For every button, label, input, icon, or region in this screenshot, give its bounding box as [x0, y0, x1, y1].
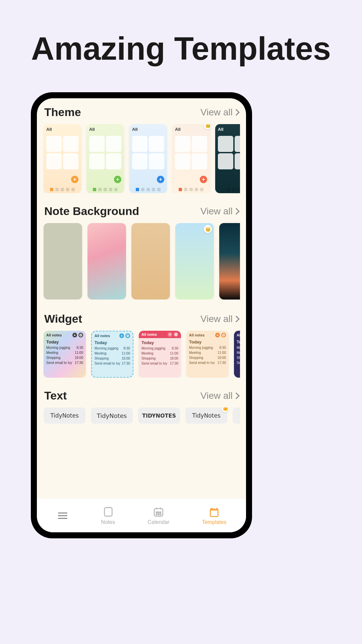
note-background-card[interactable]	[131, 223, 170, 300]
text-style-card[interactable]: TidyNotes	[91, 408, 133, 424]
widget-today-label: Today	[237, 339, 240, 344]
svg-point-4	[160, 512, 161, 513]
widget-today-label: Today	[95, 340, 130, 345]
widget-header: All notes +⚙	[95, 333, 130, 338]
nav-label: Calendar	[147, 519, 169, 525]
theme-card[interactable]: All + 👑	[172, 124, 210, 193]
widget-card[interactable]: All notes +⚙ TodayMorning jogging8:30Mee…	[186, 331, 229, 378]
text-title: Text	[44, 389, 67, 402]
theme-card[interactable]: All +	[86, 124, 124, 193]
theme-view-all[interactable]: View all	[200, 107, 239, 118]
svg-rect-0	[104, 507, 112, 516]
theme-palette-dots	[218, 188, 240, 191]
svg-point-3	[158, 512, 159, 513]
nav-notes[interactable]: Notes	[101, 506, 115, 525]
templates-icon	[208, 506, 220, 518]
gear-icon[interactable]: ⚙	[174, 332, 178, 337]
section-theme: Theme View all All + All + All + All + 👑	[37, 106, 246, 193]
theme-preview-grid	[89, 136, 121, 169]
view-all-label: View all	[200, 107, 233, 118]
note-bg-view-all[interactable]: View all	[200, 206, 239, 217]
widget-card[interactable]: All notes +⚙ TodayMorning jogging8:30Mee…	[91, 331, 133, 378]
chevron-right-icon	[233, 316, 240, 322]
widget-list-item: Meeting11:00	[237, 350, 240, 355]
widget-list-item: Send email to Ivy17:30	[237, 360, 240, 365]
theme-palette-dots	[175, 188, 207, 191]
chevron-right-icon	[233, 208, 240, 215]
widget-header: All notes +⚙	[139, 331, 181, 338]
phone-frame: Theme View all All + All + All + All + 👑	[31, 92, 252, 538]
widget-tab-label: All notes	[46, 333, 62, 337]
text-view-all[interactable]: View all	[200, 390, 239, 401]
widget-list-item: Send email to Ivy17:30	[141, 361, 178, 366]
section-widget: Widget View all All notes +⚙ TodayMornin…	[37, 312, 246, 378]
nav-calendar[interactable]: Calendar	[147, 506, 169, 525]
theme-card-label: All	[89, 127, 121, 132]
theme-title: Theme	[44, 106, 81, 119]
theme-card-label: All	[218, 127, 240, 132]
widget-header: All notes +⚙	[46, 333, 83, 337]
widget-list-item: Meeting11:00	[95, 351, 130, 356]
widget-list-item: Morning jogging8:30	[46, 345, 83, 350]
widget-view-all[interactable]: View all	[200, 314, 239, 324]
gear-icon[interactable]: ⚙	[78, 333, 83, 337]
theme-card[interactable]: All +	[129, 124, 167, 193]
widget-today-label: Today	[46, 339, 83, 344]
widget-tab-label: All notes	[95, 334, 110, 338]
widget-list-item: Shopping16:00	[95, 356, 130, 361]
hamburger-icon	[57, 509, 69, 522]
theme-card[interactable]: All +	[215, 124, 240, 193]
view-all-label: View all	[200, 314, 233, 324]
nav-label: Templates	[202, 519, 227, 525]
note-background-card[interactable]	[87, 223, 126, 300]
themes-row[interactable]: All + All + All + All + 👑 All +	[43, 124, 240, 193]
plus-icon[interactable]: +	[72, 333, 77, 337]
widget-tab-label: All notes	[189, 333, 204, 337]
widgets-row[interactable]: All notes +⚙ TodayMorning jogging8:30Mee…	[43, 331, 240, 378]
plus-icon: +	[200, 176, 207, 183]
svg-point-2	[156, 512, 157, 513]
widget-list-item: Morning jogging8:30	[237, 345, 240, 350]
crown-icon: 👑	[204, 225, 212, 233]
note-background-card[interactable]	[219, 223, 240, 300]
text-style-card[interactable]: TidyNotes	[44, 408, 85, 424]
plus-icon[interactable]: +	[119, 333, 124, 338]
note-background-card[interactable]	[44, 223, 82, 300]
svg-point-6	[158, 514, 159, 515]
note-bg-title: Note Background	[44, 205, 139, 218]
text-style-card[interactable]: TIDYNOTES	[233, 408, 240, 424]
gear-icon[interactable]: ⚙	[125, 333, 130, 338]
theme-palette-dots	[46, 188, 78, 191]
widget-card[interactable]: All notes +⚙ TodayMorning jogging8:30Mee…	[234, 331, 240, 378]
plus-icon[interactable]: +	[215, 333, 220, 337]
widget-card[interactable]: All notes +⚙ TodayMorning jogging8:30Mee…	[139, 331, 181, 378]
widget-list-item: Meeting11:00	[189, 350, 226, 355]
theme-card-label: All	[175, 127, 207, 132]
nav-menu[interactable]	[57, 509, 69, 522]
section-note-background: Note Background View all 👑	[37, 205, 246, 300]
plus-icon: +	[114, 176, 121, 183]
widget-list-item: Send email to Ivy17:30	[95, 361, 130, 366]
phone-screen: Theme View all All + All + All + All + 👑	[37, 98, 246, 532]
chevron-right-icon	[233, 392, 240, 399]
calendar-icon	[153, 506, 165, 518]
widget-list-item: Send email to Ivy17:30	[46, 360, 83, 365]
widget-today-label: Today	[141, 340, 178, 345]
section-text: Text View all TidyNotesTidyNotesTIDYNOTE…	[37, 389, 246, 424]
theme-card[interactable]: All +	[44, 124, 81, 193]
widget-list-item: Morning jogging8:30	[189, 345, 226, 350]
crown-icon: 👑	[221, 408, 229, 412]
widget-list-item: Shopping16:00	[237, 355, 240, 360]
nav-label: Notes	[101, 519, 115, 525]
note-background-card[interactable]: 👑	[175, 223, 214, 300]
widget-card[interactable]: All notes +⚙ TodayMorning jogging8:30Mee…	[44, 331, 86, 378]
note-bg-row[interactable]: 👑	[43, 223, 240, 300]
text-styles-row[interactable]: TidyNotesTidyNotesTIDYNOTESTidyNotes👑TID…	[43, 408, 240, 424]
theme-preview-grid	[132, 136, 164, 169]
nav-templates[interactable]: Templates	[202, 506, 227, 525]
text-style-card[interactable]: TIDYNOTES	[138, 408, 180, 424]
theme-palette-dots	[89, 188, 121, 191]
plus-icon[interactable]: +	[168, 332, 172, 337]
gear-icon[interactable]: ⚙	[221, 333, 226, 337]
text-style-card[interactable]: TidyNotes👑	[185, 408, 227, 424]
